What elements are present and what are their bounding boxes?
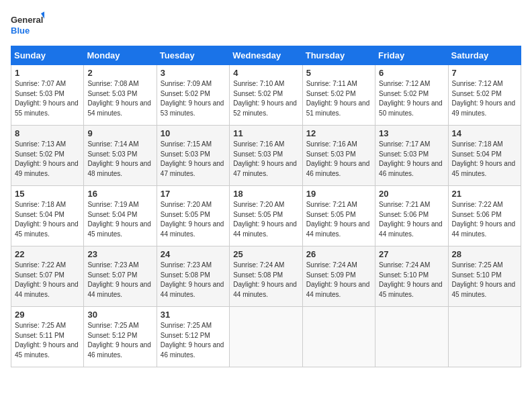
calendar-cell: 1 Sunrise: 7:07 AMSunset: 5:03 PMDayligh… bbox=[11, 65, 84, 126]
calendar-cell: 24 Sunrise: 7:23 AMSunset: 5:08 PMDaylig… bbox=[157, 246, 229, 307]
day-number: 19 bbox=[306, 189, 371, 199]
calendar-week-row: 29 Sunrise: 7:25 AMSunset: 5:11 PMDaylig… bbox=[11, 307, 521, 367]
day-number: 11 bbox=[233, 128, 298, 138]
day-number: 3 bbox=[161, 68, 226, 78]
calendar-cell bbox=[448, 307, 521, 367]
day-number: 25 bbox=[233, 249, 298, 259]
day-number: 22 bbox=[15, 249, 80, 259]
day-info: Sunrise: 7:13 AMSunset: 5:02 PMDaylight:… bbox=[15, 140, 79, 177]
page-header: General Blue bbox=[11, 11, 521, 40]
calendar-cell: 7 Sunrise: 7:12 AMSunset: 5:02 PMDayligh… bbox=[448, 65, 521, 126]
day-info: Sunrise: 7:23 AMSunset: 5:08 PMDaylight:… bbox=[161, 261, 224, 298]
day-info: Sunrise: 7:21 AMSunset: 5:06 PMDaylight:… bbox=[379, 201, 443, 238]
day-info: Sunrise: 7:14 AMSunset: 5:03 PMDaylight:… bbox=[87, 140, 151, 177]
day-number: 8 bbox=[15, 128, 80, 138]
day-info: Sunrise: 7:12 AMSunset: 5:02 PMDaylight:… bbox=[452, 80, 516, 117]
day-number: 23 bbox=[87, 249, 152, 259]
day-info: Sunrise: 7:11 AMSunset: 5:02 PMDaylight:… bbox=[306, 80, 370, 117]
day-number: 9 bbox=[87, 128, 152, 138]
day-number: 24 bbox=[161, 249, 226, 259]
weekday-header-wednesday: Wednesday bbox=[230, 46, 302, 65]
day-number: 30 bbox=[87, 310, 152, 320]
day-info: Sunrise: 7:16 AMSunset: 5:03 PMDaylight:… bbox=[233, 140, 297, 177]
calendar-cell: 16 Sunrise: 7:19 AMSunset: 5:04 PMDaylig… bbox=[84, 186, 157, 246]
day-info: Sunrise: 7:24 AMSunset: 5:09 PMDaylight:… bbox=[306, 261, 370, 298]
calendar-cell: 6 Sunrise: 7:12 AMSunset: 5:02 PMDayligh… bbox=[375, 65, 448, 126]
day-info: Sunrise: 7:25 AMSunset: 5:10 PMDaylight:… bbox=[452, 261, 516, 298]
calendar-cell bbox=[230, 307, 302, 367]
day-number: 18 bbox=[233, 189, 298, 199]
calendar-cell: 18 Sunrise: 7:20 AMSunset: 5:05 PMDaylig… bbox=[230, 186, 302, 246]
calendar-week-row: 8 Sunrise: 7:13 AMSunset: 5:02 PMDayligh… bbox=[11, 126, 521, 186]
weekday-header-tuesday: Tuesday bbox=[157, 46, 229, 65]
calendar-cell: 31 Sunrise: 7:25 AMSunset: 5:12 PMDaylig… bbox=[157, 307, 229, 367]
calendar-cell: 27 Sunrise: 7:24 AMSunset: 5:10 PMDaylig… bbox=[375, 246, 448, 307]
calendar-cell: 19 Sunrise: 7:21 AMSunset: 5:05 PMDaylig… bbox=[302, 186, 375, 246]
day-number: 14 bbox=[452, 128, 517, 138]
calendar-cell: 2 Sunrise: 7:08 AMSunset: 5:03 PMDayligh… bbox=[84, 65, 157, 126]
day-info: Sunrise: 7:07 AMSunset: 5:03 PMDaylight:… bbox=[15, 80, 79, 117]
day-info: Sunrise: 7:24 AMSunset: 5:10 PMDaylight:… bbox=[379, 261, 443, 298]
calendar-cell: 21 Sunrise: 7:22 AMSunset: 5:06 PMDaylig… bbox=[448, 186, 521, 246]
calendar-cell: 9 Sunrise: 7:14 AMSunset: 5:03 PMDayligh… bbox=[84, 126, 157, 186]
calendar-cell: 26 Sunrise: 7:24 AMSunset: 5:09 PMDaylig… bbox=[302, 246, 375, 307]
day-info: Sunrise: 7:23 AMSunset: 5:07 PMDaylight:… bbox=[87, 261, 151, 298]
day-number: 16 bbox=[87, 189, 152, 199]
calendar-cell: 3 Sunrise: 7:09 AMSunset: 5:02 PMDayligh… bbox=[157, 65, 229, 126]
day-number: 13 bbox=[379, 128, 444, 138]
day-info: Sunrise: 7:16 AMSunset: 5:03 PMDaylight:… bbox=[306, 140, 370, 177]
calendar-cell: 17 Sunrise: 7:20 AMSunset: 5:05 PMDaylig… bbox=[157, 186, 229, 246]
day-info: Sunrise: 7:22 AMSunset: 5:06 PMDaylight:… bbox=[452, 201, 516, 238]
day-info: Sunrise: 7:10 AMSunset: 5:02 PMDaylight:… bbox=[233, 80, 297, 117]
calendar-week-row: 22 Sunrise: 7:22 AMSunset: 5:07 PMDaylig… bbox=[11, 246, 521, 307]
day-info: Sunrise: 7:18 AMSunset: 5:04 PMDaylight:… bbox=[15, 201, 79, 238]
logo-svg: General Blue bbox=[11, 11, 44, 40]
day-info: Sunrise: 7:09 AMSunset: 5:02 PMDaylight:… bbox=[161, 80, 224, 117]
day-info: Sunrise: 7:18 AMSunset: 5:04 PMDaylight:… bbox=[452, 140, 516, 177]
day-info: Sunrise: 7:24 AMSunset: 5:08 PMDaylight:… bbox=[233, 261, 297, 298]
calendar-cell: 10 Sunrise: 7:15 AMSunset: 5:03 PMDaylig… bbox=[157, 126, 229, 186]
day-info: Sunrise: 7:25 AMSunset: 5:11 PMDaylight:… bbox=[15, 322, 79, 359]
calendar-cell: 11 Sunrise: 7:16 AMSunset: 5:03 PMDaylig… bbox=[230, 126, 302, 186]
svg-text:Blue: Blue bbox=[11, 26, 30, 36]
svg-text:General: General bbox=[11, 15, 43, 25]
calendar-cell: 29 Sunrise: 7:25 AMSunset: 5:11 PMDaylig… bbox=[11, 307, 84, 367]
day-info: Sunrise: 7:22 AMSunset: 5:07 PMDaylight:… bbox=[15, 261, 79, 298]
day-info: Sunrise: 7:25 AMSunset: 5:12 PMDaylight:… bbox=[161, 322, 224, 359]
day-info: Sunrise: 7:20 AMSunset: 5:05 PMDaylight:… bbox=[161, 201, 224, 238]
day-number: 10 bbox=[161, 128, 226, 138]
day-number: 15 bbox=[15, 189, 80, 199]
day-number: 31 bbox=[161, 310, 226, 320]
day-number: 4 bbox=[233, 68, 298, 78]
day-number: 29 bbox=[15, 310, 80, 320]
logo: General Blue bbox=[11, 11, 44, 40]
day-number: 28 bbox=[452, 249, 517, 259]
day-number: 17 bbox=[161, 189, 226, 199]
weekday-header-thursday: Thursday bbox=[302, 46, 375, 65]
day-info: Sunrise: 7:15 AMSunset: 5:03 PMDaylight:… bbox=[161, 140, 224, 177]
calendar-cell: 8 Sunrise: 7:13 AMSunset: 5:02 PMDayligh… bbox=[11, 126, 84, 186]
day-number: 12 bbox=[306, 128, 371, 138]
calendar-cell: 22 Sunrise: 7:22 AMSunset: 5:07 PMDaylig… bbox=[11, 246, 84, 307]
day-info: Sunrise: 7:25 AMSunset: 5:12 PMDaylight:… bbox=[87, 322, 151, 359]
calendar-cell: 20 Sunrise: 7:21 AMSunset: 5:06 PMDaylig… bbox=[375, 186, 448, 246]
calendar-cell: 5 Sunrise: 7:11 AMSunset: 5:02 PMDayligh… bbox=[302, 65, 375, 126]
day-info: Sunrise: 7:17 AMSunset: 5:03 PMDaylight:… bbox=[379, 140, 443, 177]
day-info: Sunrise: 7:21 AMSunset: 5:05 PMDaylight:… bbox=[306, 201, 370, 238]
day-number: 20 bbox=[379, 189, 444, 199]
calendar-cell: 30 Sunrise: 7:25 AMSunset: 5:12 PMDaylig… bbox=[84, 307, 157, 367]
day-info: Sunrise: 7:20 AMSunset: 5:05 PMDaylight:… bbox=[233, 201, 297, 238]
weekday-header-row: SundayMondayTuesdayWednesdayThursdayFrid… bbox=[11, 46, 521, 65]
calendar-cell: 12 Sunrise: 7:16 AMSunset: 5:03 PMDaylig… bbox=[302, 126, 375, 186]
calendar-cell bbox=[375, 307, 448, 367]
weekday-header-friday: Friday bbox=[375, 46, 448, 65]
day-info: Sunrise: 7:08 AMSunset: 5:03 PMDaylight:… bbox=[87, 80, 151, 117]
calendar-cell: 15 Sunrise: 7:18 AMSunset: 5:04 PMDaylig… bbox=[11, 186, 84, 246]
calendar-cell: 28 Sunrise: 7:25 AMSunset: 5:10 PMDaylig… bbox=[448, 246, 521, 307]
calendar-cell: 14 Sunrise: 7:18 AMSunset: 5:04 PMDaylig… bbox=[448, 126, 521, 186]
day-number: 21 bbox=[452, 189, 517, 199]
calendar-cell: 13 Sunrise: 7:17 AMSunset: 5:03 PMDaylig… bbox=[375, 126, 448, 186]
day-number: 7 bbox=[452, 68, 517, 78]
calendar-week-row: 15 Sunrise: 7:18 AMSunset: 5:04 PMDaylig… bbox=[11, 186, 521, 246]
calendar-cell bbox=[302, 307, 375, 367]
